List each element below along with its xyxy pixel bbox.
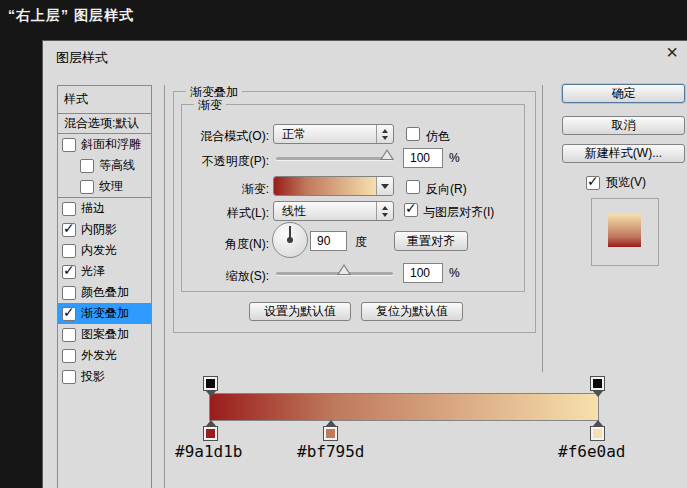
sidebar-item-label: 图案叠加 (81, 326, 129, 343)
sidebar-item-7[interactable]: ✓颜色叠加 (58, 282, 151, 303)
sidebar-item-checkbox[interactable]: ✓ (62, 307, 76, 321)
blend-mode-select[interactable]: 正常 (273, 124, 394, 144)
angle-dial[interactable] (272, 222, 308, 258)
reverse-checkbox[interactable]: ✓ (406, 180, 420, 194)
sidebar-item-label: 等高线 (99, 157, 135, 174)
window-caption: “右上层” 图层样式 (8, 7, 134, 25)
sidebar-item-checkbox[interactable]: ✓ (62, 138, 76, 152)
scale-label: 缩放(S): (181, 268, 269, 285)
opacity-value: 100 (410, 151, 430, 165)
color-stop-0[interactable] (203, 420, 218, 441)
scale-slider-track[interactable] (276, 272, 393, 275)
sidebar-item-blending-options[interactable]: 混合选项:默认 (58, 114, 151, 134)
angle-field[interactable]: 90 (310, 231, 347, 251)
sidebar-item-label: 外发光 (81, 347, 117, 364)
stop-pointer-icon (206, 391, 216, 397)
gradient-picker[interactable] (273, 176, 394, 196)
sidebar-header: 样式 (58, 86, 151, 114)
sidebar-item-checkbox[interactable]: ✓ (62, 202, 76, 216)
sidebar-item-label: 内发光 (81, 242, 117, 259)
style-label: 样式(L): (181, 205, 269, 222)
sidebar-item-5[interactable]: ✓内发光 (58, 240, 151, 261)
sidebar-item-8[interactable]: ✓渐变叠加 (58, 303, 151, 324)
style-select[interactable]: 线性 (273, 201, 394, 221)
sidebar-item-checkbox[interactable]: ✓ (80, 159, 94, 173)
gradient-label: 渐变: (181, 181, 269, 198)
color-stop-swatch (593, 429, 602, 438)
reverse-label: 反向(R) (426, 181, 467, 198)
scale-value: 100 (410, 266, 430, 280)
opacity-stop-right[interactable] (590, 376, 605, 397)
sidebar-item-3[interactable]: ✓描边 (58, 198, 151, 219)
opacity-label: 不透明度(P): (181, 153, 269, 170)
dialog-title: 图层样式 (56, 49, 108, 67)
sidebar-item-label: 颜色叠加 (81, 284, 129, 301)
color-stop-swatch (326, 429, 335, 438)
close-icon[interactable]: × (666, 42, 678, 62)
preview-label: 预览(V) (606, 174, 646, 191)
gradient-swatch[interactable] (274, 177, 376, 195)
sidebar-item-0[interactable]: ✓斜面和浮雕 (58, 134, 151, 155)
color-stop-1[interactable] (323, 420, 338, 441)
color-stop-2[interactable] (590, 420, 605, 441)
style-value: 线性 (274, 203, 306, 220)
sidebar-item-9[interactable]: ✓图案叠加 (58, 324, 151, 345)
sidebar-item-2[interactable]: ✓纹理 (58, 176, 151, 198)
angle-unit: 度 (355, 234, 367, 251)
dither-label: 仿色 (426, 128, 450, 145)
opacity-stop-left[interactable] (203, 376, 218, 397)
opacity-stop-swatch (593, 379, 602, 388)
updown-arrows-icon (376, 125, 393, 143)
hex-label-2: #f6e0ad (558, 442, 625, 461)
preview-row: ✓ 预览(V) (586, 174, 646, 191)
opacity-stop-swatch (206, 379, 215, 388)
sidebar-item-label: 光泽 (81, 263, 105, 280)
preview-checkbox[interactable]: ✓ (586, 176, 600, 190)
sidebar-item-6[interactable]: ✓光泽 (58, 261, 151, 282)
sidebar-item-4[interactable]: ✓内阴影 (58, 219, 151, 240)
new-style-button[interactable]: 新建样式(W)... (562, 144, 685, 163)
updown-arrows-icon (376, 202, 393, 220)
blend-mode-label: 混合模式(O): (181, 128, 269, 145)
scale-slider-thumb[interactable] (337, 264, 351, 275)
sidebar-list: ✓斜面和浮雕✓等高线✓纹理✓描边✓内阴影✓内发光✓光泽✓颜色叠加✓渐变叠加✓图案… (58, 134, 151, 387)
sidebar-item-checkbox[interactable]: ✓ (80, 180, 94, 194)
sidebar-item-label: 描边 (81, 200, 105, 217)
sidebar-item-checkbox[interactable]: ✓ (62, 286, 76, 300)
screen: “右上层” 图层样式 图层样式 × 样式 混合选项:默认 ✓斜面和浮雕✓等高线✓… (0, 0, 687, 488)
sidebar-item-checkbox[interactable]: ✓ (62, 244, 76, 258)
make-default-button[interactable]: 设置为默认值 (249, 302, 351, 321)
angle-hub-icon (287, 237, 293, 243)
ok-button[interactable]: 确定 (562, 84, 685, 103)
hex-label-1: #bf795d (297, 442, 364, 461)
align-layer-label: 与图层对齐(I) (423, 204, 494, 221)
sidebar-item-checkbox[interactable]: ✓ (62, 265, 76, 279)
sidebar-item-10[interactable]: ✓外发光 (58, 345, 151, 366)
angle-label: 角度(N): (181, 236, 269, 253)
gradient-ramp[interactable] (209, 393, 599, 421)
preview-thumbnail (608, 214, 641, 247)
dither-checkbox[interactable]: ✓ (406, 127, 420, 141)
reset-default-button[interactable]: 复位为默认值 (361, 302, 463, 321)
opacity-field[interactable]: 100 (403, 148, 443, 168)
reset-alignment-button[interactable]: 重置对齐 (394, 231, 468, 251)
color-stop-swatch (206, 429, 215, 438)
sidebar-item-checkbox[interactable]: ✓ (62, 223, 76, 237)
scale-field[interactable]: 100 (403, 263, 443, 283)
opacity-slider-track[interactable] (276, 157, 393, 160)
blend-mode-value: 正常 (274, 126, 306, 143)
sidebar-item-checkbox[interactable]: ✓ (62, 328, 76, 342)
cancel-button[interactable]: 取消 (562, 116, 685, 135)
sidebar-item-label: 纹理 (99, 178, 123, 195)
gradient-dropdown-arrow-icon[interactable] (376, 177, 393, 195)
opacity-slider-thumb[interactable] (380, 149, 394, 160)
preview-frame (591, 198, 659, 266)
scale-unit: % (449, 266, 460, 280)
panel-divider (542, 85, 543, 372)
sidebar-item-1[interactable]: ✓等高线 (58, 155, 151, 176)
sidebar-item-label: 内阴影 (81, 221, 117, 238)
sidebar-item-label: 斜面和浮雕 (81, 136, 141, 153)
angle-value: 90 (317, 234, 330, 248)
align-layer-checkbox[interactable]: ✓ (404, 203, 418, 217)
sidebar-item-checkbox[interactable]: ✓ (62, 349, 76, 363)
